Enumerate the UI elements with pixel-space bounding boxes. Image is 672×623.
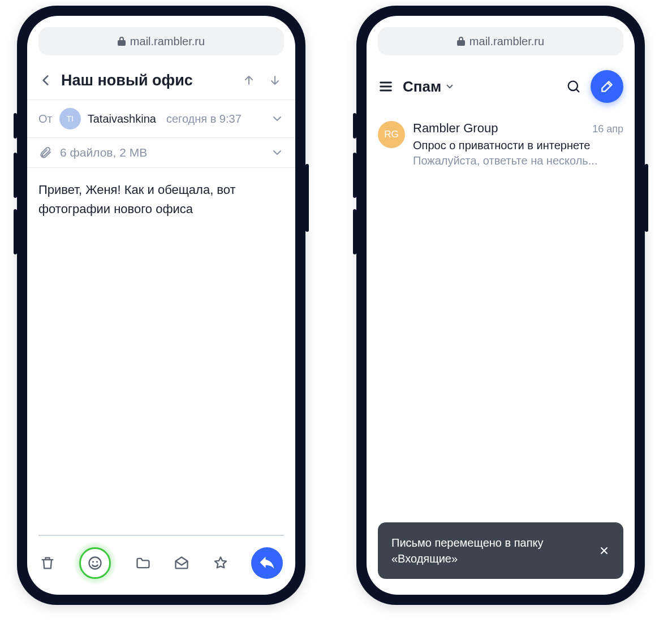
phone-side-button — [305, 164, 309, 232]
lock-icon — [457, 37, 465, 46]
reply-icon — [259, 555, 275, 572]
pencil-icon — [600, 79, 614, 94]
address-url: mail.rambler.ru — [469, 35, 544, 48]
mark-read-button[interactable] — [174, 555, 189, 571]
search-button[interactable] — [566, 79, 581, 94]
phone-side-button — [14, 113, 17, 139]
sender-name: Tataivashkina — [88, 113, 156, 126]
screen-right: mail.rambler.ru Спам RG Ra — [367, 16, 635, 595]
phone-left: mail.rambler.ru Наш новый офис От TI Tat… — [17, 6, 305, 605]
address-bar[interactable]: mail.rambler.ru — [378, 27, 623, 55]
svg-point-0 — [89, 557, 101, 569]
svg-point-2 — [96, 561, 98, 563]
mail-preview: Пожалуйста, ответьте на несколь... — [413, 154, 623, 167]
folder-name: Спам — [403, 78, 441, 96]
phone-side-button — [353, 209, 356, 254]
svg-point-1 — [92, 561, 94, 563]
screen-left: mail.rambler.ru Наш новый офис От TI Tat… — [27, 16, 295, 595]
delete-button[interactable] — [40, 555, 55, 571]
folder-selector[interactable]: Спам — [403, 78, 557, 96]
mail-item[interactable]: RG Rambler Group 16 апр Опрос о приватно… — [367, 113, 635, 175]
toast: Письмо перемещено в папку «Входящие» — [378, 522, 623, 579]
mail-subject: Опрос о приватности в интернете — [413, 139, 623, 152]
smiley-icon — [87, 555, 103, 571]
phone-side-button — [353, 153, 356, 198]
toast-close-button[interactable] — [598, 545, 610, 556]
sender-avatar: TI — [59, 108, 81, 129]
from-row[interactable]: От TI Tataivashkina сегодня в 9:37 — [27, 100, 295, 137]
toast-text: Письмо перемещено в папку «Входящие» — [391, 535, 589, 566]
attachments-row[interactable]: 6 файлов, 2 MB — [27, 138, 295, 167]
mail-sender: Rambler Group — [413, 121, 498, 136]
paperclip-icon — [38, 146, 52, 159]
message-body: Привет, Женя! Как и обещала, вот фотогра… — [27, 168, 295, 231]
back-button[interactable] — [38, 73, 53, 88]
phone-side-button — [14, 153, 17, 198]
mail-date: 16 апр — [592, 123, 623, 135]
chevron-down-icon[interactable] — [270, 112, 284, 126]
folder-header: Спам — [367, 55, 635, 113]
phone-side-button — [645, 164, 648, 232]
mark-not-spam-button[interactable] — [78, 546, 112, 580]
phone-side-button — [14, 209, 17, 254]
menu-button[interactable] — [378, 79, 394, 94]
message-subject: Наш новый офис — [61, 72, 232, 89]
chevron-down-icon[interactable] — [270, 146, 284, 159]
attachments-summary: 6 файлов, 2 MB — [60, 146, 147, 159]
close-icon — [598, 545, 610, 556]
mail-content: Rambler Group 16 апр Опрос о приватности… — [413, 121, 623, 167]
sender-time: сегодня в 9:37 — [166, 113, 242, 126]
compose-button[interactable] — [591, 70, 623, 103]
reply-button[interactable] — [251, 547, 283, 579]
lock-icon — [118, 37, 126, 46]
message-header: Наш новый офис — [27, 55, 295, 99]
mail-avatar: RG — [378, 121, 405, 148]
next-message-button[interactable] — [266, 71, 284, 89]
message-toolbar — [27, 536, 295, 595]
phone-right: mail.rambler.ru Спам RG Ra — [356, 6, 645, 605]
star-button[interactable] — [213, 555, 229, 571]
chevron-down-icon — [445, 81, 455, 92]
address-bar[interactable]: mail.rambler.ru — [38, 27, 284, 55]
address-url: mail.rambler.ru — [130, 35, 205, 48]
from-label: От — [38, 113, 53, 126]
move-to-folder-button[interactable] — [135, 555, 151, 571]
phone-side-button — [353, 113, 356, 139]
prev-message-button[interactable] — [240, 71, 258, 89]
